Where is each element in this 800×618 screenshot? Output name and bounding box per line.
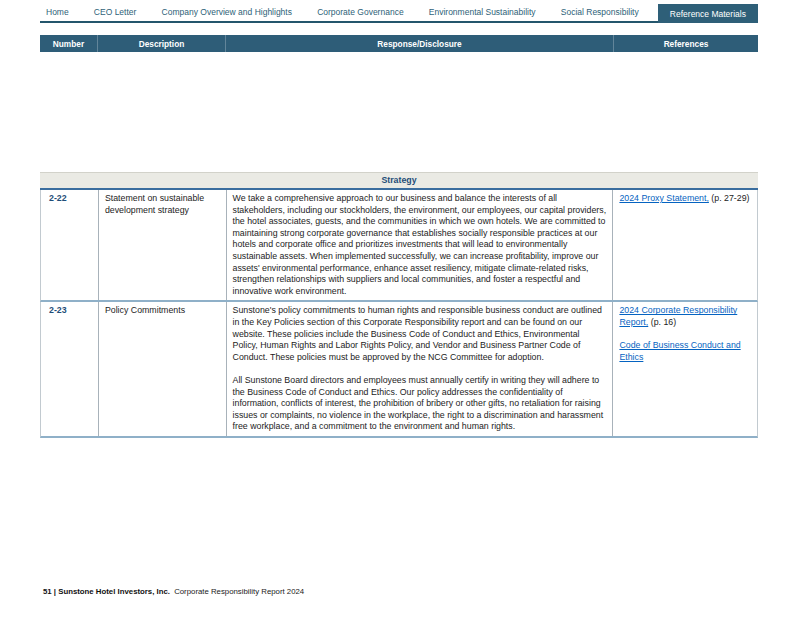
reference-page-note: (p. 16) (648, 317, 676, 327)
column-header-description: Description (97, 35, 225, 52)
cell-number: 2-22 (41, 190, 98, 300)
reference-link[interactable]: 2024 Proxy Statement, (619, 193, 709, 203)
cell-number: 2-23 (41, 302, 98, 436)
cell-references: 2024 Corporate Responsibility Report, (p… (612, 302, 757, 436)
cell-description: Policy Commitments (98, 302, 226, 436)
nav-tab-reference-materials[interactable]: Reference Materials (658, 4, 758, 23)
disclosure-table: Strategy 2-22 Statement on sustainable d… (40, 172, 758, 438)
cell-response: We take a comprehensive approach to our … (226, 190, 613, 300)
nav-tab-social-responsibility[interactable]: Social Responsibility (555, 7, 645, 21)
cell-response: Sunstone's policy commitments to human r… (226, 302, 613, 436)
table-row-2-22: 2-22 Statement on sustainable developmen… (40, 190, 758, 302)
cell-references: 2024 Proxy Statement, (p. 27-29) (612, 190, 757, 300)
table-header-row: Number Description Response/Disclosure R… (40, 35, 758, 52)
reference-link[interactable]: 2024 Corporate Responsibility Report, (619, 305, 737, 327)
footer-page-number: 51 | Sunstone Hotel Investors, Inc. (43, 587, 170, 596)
nav-tab-corporate-governance[interactable]: Corporate Governance (311, 7, 409, 21)
reference-page-note: (p. 27-29) (709, 193, 750, 203)
reference-entry: Code of Business Conduct and Ethics (619, 340, 751, 363)
nav-tab-company-overview[interactable]: Company Overview and Highlights (156, 7, 298, 21)
response-paragraph: Sunstone's policy commitments to human r… (233, 305, 607, 363)
top-nav: Home CEO Letter Company Overview and Hig… (40, 3, 758, 23)
section-header-strategy: Strategy (40, 172, 758, 190)
nav-tab-home[interactable]: Home (40, 7, 75, 21)
column-header-references: References (613, 35, 758, 52)
response-paragraph: All Sunstone Board directors and employe… (233, 375, 607, 433)
column-header-response: Response/Disclosure (225, 35, 613, 52)
column-header-number: Number (40, 35, 97, 52)
reference-entry: 2024 Corporate Responsibility Report, (p… (619, 305, 751, 328)
nav-tab-ceo-letter[interactable]: CEO Letter (88, 7, 143, 21)
footer-report-title: Corporate Responsibility Report 2024 (174, 587, 304, 596)
page-footer: 51 | Sunstone Hotel Investors, Inc. Corp… (43, 587, 304, 596)
reference-link[interactable]: Code of Business Conduct and Ethics (619, 340, 740, 362)
response-paragraph: We take a comprehensive approach to our … (233, 193, 607, 297)
cell-description: Statement on sustainable development str… (98, 190, 226, 300)
table-row-2-23: 2-23 Policy Commitments Sunstone's polic… (40, 302, 758, 438)
nav-tab-environmental-sustainability[interactable]: Environmental Sustainability (423, 7, 542, 21)
reference-entry: 2024 Proxy Statement, (p. 27-29) (619, 193, 751, 205)
